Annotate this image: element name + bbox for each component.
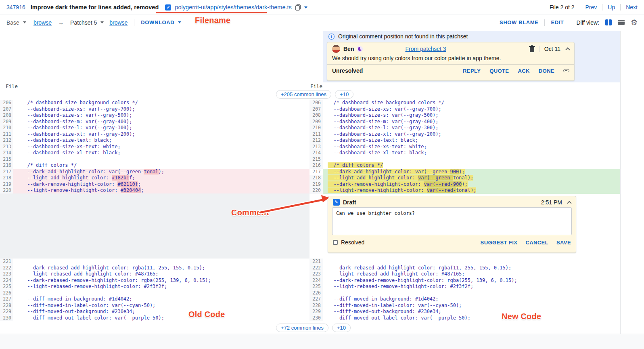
line-number[interactable]: 209 — [309, 119, 323, 125]
line-number[interactable]: 227 — [309, 296, 323, 303]
banner-text: Original comment position not found in t… — [338, 33, 468, 40]
left-pane-filler — [0, 193, 309, 259]
line-number[interactable]: 211 — [0, 131, 13, 138]
expand-ten-lines-button[interactable]: +10 — [335, 90, 353, 99]
change-number-link[interactable]: 347916 — [6, 4, 25, 11]
show-blame-button[interactable]: SHOW BLAME — [500, 19, 538, 25]
expand-common-lines-button[interactable]: +72 common lines — [276, 324, 328, 332]
draft-textarea[interactable]: Can we use brighter colors? — [332, 207, 572, 235]
patchset-selector[interactable]: Patchset 5 — [70, 19, 104, 26]
quote-button[interactable]: QUOTE — [489, 68, 509, 74]
line-number[interactable]: 228 — [309, 303, 323, 309]
ack-button[interactable]: ACK — [518, 68, 529, 74]
old-code-half: 223 --light-rebased-add-highlight-color:… — [0, 271, 309, 278]
save-button[interactable]: SAVE — [556, 240, 571, 246]
line-number[interactable]: 217 — [0, 169, 13, 175]
line-number[interactable]: 230 — [309, 315, 323, 322]
base-label[interactable]: Base — [6, 19, 19, 26]
line-number[interactable]: 219 — [0, 181, 13, 188]
line-number[interactable]: 222 — [0, 265, 13, 271]
old-code-line: --dashboard-size-text: black; — [13, 137, 309, 144]
old-code-half: 224 --dark-rebased-remove-highlight-colo… — [0, 278, 309, 284]
expand-ten-lines-button[interactable]: +10 — [332, 324, 351, 332]
line-number[interactable]: 209 — [0, 119, 13, 125]
line-number[interactable]: 219 — [309, 181, 323, 188]
line-number[interactable]: 215 — [309, 156, 323, 163]
resolved-checkbox[interactable] — [333, 240, 338, 245]
link-icon[interactable] — [563, 69, 569, 72]
line-number[interactable]: 214 — [309, 150, 323, 156]
line-number[interactable]: 224 — [309, 278, 323, 284]
line-number[interactable]: 215 — [0, 156, 13, 163]
line-number[interactable]: 218 — [309, 175, 323, 181]
collapse-chevron-up-icon[interactable] — [567, 201, 571, 205]
line-number[interactable]: 227 — [0, 296, 13, 303]
line-number[interactable]: 214 — [0, 150, 13, 156]
patchset-caret-icon[interactable] — [100, 21, 104, 23]
expand-common-lines-button[interactable]: +205 common lines — [276, 90, 331, 99]
browse-base-link[interactable]: browse — [33, 19, 52, 26]
line-number[interactable]: 207 — [0, 106, 13, 113]
line-number[interactable]: 224 — [0, 278, 13, 284]
gear-icon[interactable]: ⚙ — [631, 19, 638, 26]
download-button[interactable]: DOWNLOAD — [141, 19, 181, 25]
line-number[interactable]: 210 — [0, 125, 13, 131]
base-caret-icon[interactable] — [23, 21, 26, 23]
line-number[interactable]: 229 — [0, 309, 13, 315]
download-caret-icon[interactable] — [178, 21, 181, 23]
collapse-chevron-up-icon[interactable] — [565, 47, 570, 52]
delete-comment-icon[interactable] — [530, 47, 534, 52]
reply-button[interactable]: REPLY — [463, 68, 481, 74]
copy-icon[interactable] — [295, 4, 301, 11]
line-number[interactable]: 221 — [0, 259, 13, 265]
line-number[interactable]: 225 — [309, 284, 323, 290]
file-dropdown-caret-icon[interactable] — [304, 6, 307, 8]
base-patchset-selector[interactable]: Base — [6, 19, 26, 26]
next-file-link[interactable]: Next — [626, 4, 638, 11]
line-number[interactable]: 213 — [0, 144, 13, 150]
edit-button[interactable]: EDIT — [551, 19, 564, 25]
line-number[interactable]: 230 — [0, 315, 13, 322]
line-number[interactable]: 211 — [309, 131, 323, 138]
line-number[interactable]: 225 — [0, 284, 13, 290]
suggest-fix-button[interactable]: SUGGEST FIX — [481, 240, 518, 246]
line-number[interactable]: 223 — [0, 271, 13, 278]
line-number[interactable]: 217 — [309, 169, 323, 175]
line-number[interactable]: 208 — [0, 112, 13, 119]
cancel-button[interactable]: CANCEL — [525, 240, 548, 246]
unified-view-icon[interactable] — [618, 20, 625, 25]
line-number[interactable]: 210 — [309, 125, 323, 131]
side-by-side-view-icon[interactable] — [605, 19, 612, 25]
reviewed-checkbox-icon[interactable] — [165, 4, 171, 11]
line-number[interactable]: 216 — [309, 162, 323, 169]
line-number[interactable]: 226 — [309, 290, 323, 296]
line-number[interactable]: 206 — [309, 100, 323, 106]
comment-date: Oct 11 — [544, 46, 560, 52]
line-number[interactable]: 218 — [0, 175, 13, 181]
patchset-label[interactable]: Patchset 5 — [70, 19, 97, 26]
download-label[interactable]: DOWNLOAD — [141, 19, 174, 25]
diff-view-label: Diff view: — [576, 19, 599, 26]
file-header-right: File — [310, 83, 322, 89]
line-number[interactable]: 226 — [0, 290, 13, 296]
line-number[interactable]: 229 — [309, 309, 323, 315]
from-patchset-link[interactable]: From patchset 3 — [405, 46, 446, 52]
line-number[interactable]: 220 — [309, 187, 323, 194]
line-number[interactable]: 208 — [309, 112, 323, 119]
line-number[interactable]: 223 — [309, 271, 323, 278]
line-number[interactable]: 213 — [309, 144, 323, 150]
line-number[interactable]: 228 — [0, 303, 13, 309]
line-number[interactable]: 206 — [0, 100, 13, 106]
file-path-link[interactable]: polygerrit-ui/app/styles/themes/dark-the… — [175, 4, 291, 11]
done-button[interactable]: DONE — [539, 68, 554, 74]
line-number[interactable]: 220 — [0, 187, 13, 194]
line-number[interactable]: 216 — [0, 162, 13, 169]
line-number[interactable]: 207 — [309, 106, 323, 113]
browse-patchset-link[interactable]: browse — [109, 19, 128, 26]
up-link[interactable]: Up — [608, 4, 615, 11]
line-number[interactable]: 212 — [0, 137, 13, 144]
line-number[interactable]: 222 — [309, 265, 323, 271]
line-number[interactable]: 212 — [309, 137, 323, 144]
prev-file-link[interactable]: Prev — [585, 4, 597, 11]
line-number[interactable]: 221 — [309, 259, 323, 265]
